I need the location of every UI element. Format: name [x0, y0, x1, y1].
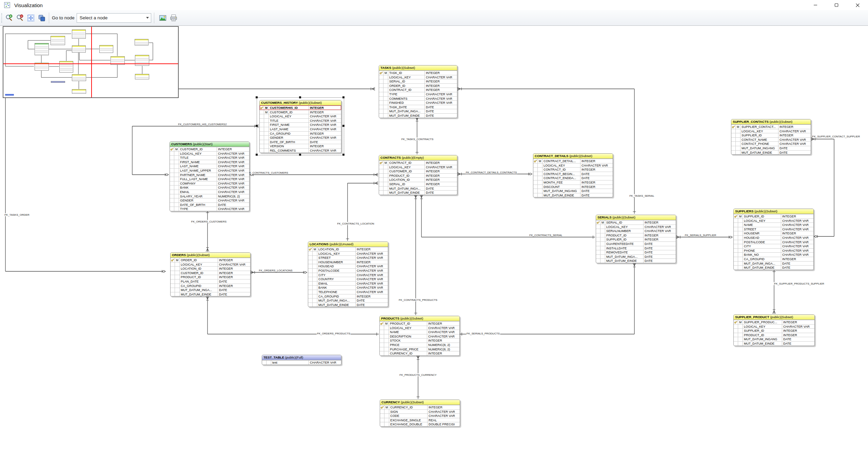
column-row-suppliers-BANK_NO[interactable]: BANK_NOCHARACTER VAR — [734, 252, 813, 257]
column-row-supplier_contacts-LOGICAL_KEY[interactable]: LOGICAL_KEYCHARACTER VAR — [731, 129, 811, 133]
table-title-serials[interactable]: SERIALS (public)(Subset) — [596, 215, 676, 220]
maximize-button[interactable] — [826, 0, 847, 10]
column-row-customers-LAST_NAME[interactable]: LAST_NAMECHARACTER VAR — [170, 164, 249, 168]
column-row-serials-SERIALNUMBER[interactable]: SERIALNUMBERCHARACTER VAR — [596, 229, 676, 233]
column-row-products-PURCHASE_PRICE[interactable]: PURCHASE_PRICENUMERIC(8, 2) — [380, 347, 459, 351]
column-row-tasks-LOGICAL_KEY[interactable]: LOGICAL_KEYCHARACTER VAR — [379, 75, 457, 79]
column-row-supplier_contacts-MUT_DATUM_EINDE[interactable]: MUT_DATUM_EINDEDATE — [731, 150, 811, 155]
column-row-supplier_contacts-CONTACT_NAME[interactable]: CONTACT_NAMECHARACTER VAR — [731, 137, 811, 142]
column-row-locations-MUT_DATUM_EINDE[interactable]: MUT_DATUM_EINDEDATE — [308, 303, 388, 307]
minimize-button[interactable] — [805, 0, 826, 10]
node-selector-combobox[interactable]: Select a node — [77, 13, 151, 23]
column-row-tasks-CONTRACT_ID[interactable]: CONTRACT_IDINTEGER — [379, 88, 457, 92]
column-row-contract_details-CONTRACT_ENDDA...[interactable]: CONTRACT_ENDDA...DATE — [533, 176, 613, 180]
column-row-locations-STREET[interactable]: STREETCHARACTER VAR — [308, 255, 388, 260]
column-row-serials-INSTALLDATE[interactable]: INSTALLDATEDATE — [596, 246, 676, 250]
toolbar-grip[interactable] — [1, 13, 3, 23]
column-row-suppliers-HOUSENR[interactable]: HOUSENRINTEGER — [734, 231, 813, 235]
column-row-customers_history-LAST_NAME[interactable]: LAST_NAMECHARACTER VAR — [260, 127, 341, 131]
column-row-products-PRODUCT_ID[interactable]: MPRODUCT_IDINTEGER — [380, 321, 459, 326]
column-row-serials-MUT_DATUM_EINDE[interactable]: MUT_DATUM_EINDEDATE — [596, 258, 676, 263]
column-row-locations-TELEPHONE[interactable]: TELEPHONECHARACTER VAR — [308, 290, 388, 294]
column-row-suppliers-PHONE[interactable]: PHONECHARACTER VAR — [734, 248, 813, 253]
print-button[interactable] — [169, 14, 178, 22]
table-title-contract_details[interactable]: CONTRACT_DETAILS (public)(Subset) — [533, 154, 613, 159]
column-row-contract_details-CONTRACT_BEGIN...[interactable]: CONTRACT_BEGIN...DATE — [533, 172, 613, 176]
column-row-customers-FIRST_NAME[interactable]: FIRST_NAMECHARACTER VAR — [170, 160, 249, 164]
column-row-customers-PARTNER_NAME[interactable]: PARTNER_NAMECHARACTER VAR — [170, 173, 249, 177]
column-row-suppliers-POSTALCODE[interactable]: POSTALCODECHARACTER VAR — [734, 240, 813, 244]
selection-handle[interactable] — [256, 125, 258, 127]
column-row-suppliers-HOUSEAD[interactable]: HOUSEADCHARACTER VAR — [734, 235, 813, 240]
column-row-serials-MUT_DATUM_INGA...[interactable]: MUT_DATUM_INGA...DATE — [596, 254, 676, 259]
column-row-currency-EXCHANGE_DOUBLE[interactable]: EXCHANGE_DOUBLEDOUBLE PRECISI — [380, 422, 460, 426]
zoom-out-button[interactable] — [16, 14, 24, 22]
column-row-currency-CURRENCY_ID[interactable]: MCURRENCY_IDINTEGER — [380, 405, 460, 409]
column-row-orders-MUT_DATUM_EINDE[interactable]: MUT_DATUM_EINDEDATE — [171, 292, 250, 296]
column-row-contract_details-MUT_DATUM_EINDE[interactable]: MUT_DATUM_EINDEDATE — [533, 193, 613, 197]
column-row-customers_history-REL_COMMENTS[interactable]: REL_COMMENTSCHARACTER VAR — [260, 148, 341, 153]
column-row-contracts-MUT_DATUM_EINDE[interactable]: MUT_DATUM_EINDEDATE — [379, 190, 457, 195]
table-node-supplier_product[interactable]: SUPPLIER_PRODUCT (public)(Subset)MSUPPLI… — [733, 314, 815, 346]
column-row-locations-CITY[interactable]: CITYCHARACTER VAR — [308, 273, 388, 277]
table-node-test_table[interactable]: TEST_TABLE (public)(Full)testCHARACTER V… — [262, 355, 341, 365]
table-node-suppliers[interactable]: SUPPLIERS (public)(Subset)MSUPPLIER_IDIN… — [733, 209, 814, 270]
column-row-products-STOCK[interactable]: STOCKINTEGER — [380, 338, 459, 343]
column-row-suppliers-CA_GROUPID[interactable]: CA_GROUPIDINTEGER — [734, 257, 813, 261]
column-row-locations-POSTALCODE[interactable]: POSTALCODECHARACTER VAR — [308, 268, 388, 273]
column-row-locations-CA_GROUPID[interactable]: CA_GROUPIDINTEGER — [308, 294, 388, 298]
column-row-suppliers-LOGICAL_KEY[interactable]: LOGICAL_KEYCHARACTER VAR — [734, 218, 813, 223]
table-title-customers[interactable]: CUSTOMERS (public)(Start) — [170, 142, 249, 147]
node-selector-arrow-button[interactable] — [144, 14, 151, 22]
column-row-locations-HOUSEAD[interactable]: HOUSEADCHARACTER VAR — [308, 264, 388, 268]
column-row-orders-CA_GROUPID[interactable]: CA_GROUPIDINTEGER — [171, 284, 250, 288]
column-row-customers_history-GENDER[interactable]: GENDERCHARACTER VAR — [260, 135, 341, 140]
column-row-contracts-CONTRACT_ID[interactable]: MCONTRACT_IDINTEGER — [379, 160, 457, 165]
column-row-customers_history-TITLE[interactable]: TITLECHARACTER VAR — [260, 118, 341, 123]
column-row-customers-LOGICAL_KEY[interactable]: LOGICAL_KEYCHARACTER VAR — [170, 151, 249, 156]
column-row-supplier_product-LOGICAL_KEY[interactable]: LOGICAL_KEYCHARACTER VAR — [734, 324, 814, 329]
column-row-customers-SALARY_YEAR[interactable]: SALARY_YEARNUMERIC(8, 2) — [170, 194, 249, 198]
column-row-customers-COMPANY[interactable]: COMPANYCHARACTER VAR — [170, 181, 249, 186]
column-row-supplier_product-SUPPLIER_PRODUC...[interactable]: MSUPPLIER_PRODUC...INTEGER — [734, 320, 814, 324]
table-node-contracts[interactable]: CONTRACTS (public)(Empty)MCONTRACT_IDINT… — [379, 155, 457, 195]
table-title-supplier_product[interactable]: SUPPLIER_PRODUCT (public)(Subset) — [734, 315, 814, 320]
table-title-suppliers[interactable]: SUPPLIERS (public)(Subset) — [734, 209, 813, 214]
column-row-locations-BANK[interactable]: BANKCHARACTER VAR — [308, 285, 388, 290]
table-node-orders[interactable]: ORDERS (public)(Subset)MORDER_IDINTEGERL… — [170, 252, 251, 296]
column-row-contract_details-CONTRACT_DETAIL...[interactable]: MCONTRACT_DETAIL...INTEGER — [533, 159, 613, 163]
column-row-locations-LOCATION_ID[interactable]: MLOCATION_IDINTEGER — [308, 247, 388, 251]
selection-handle[interactable] — [342, 154, 344, 156]
column-row-contract_details-LOGICAL_KEY[interactable]: LOGICAL_KEYCHARACTER VAR — [533, 163, 613, 168]
selection-handle[interactable] — [299, 96, 301, 98]
column-row-supplier_product-MUT_DATUM_INGANG[interactable]: MUT_DATUM_INGANGDATE — [734, 337, 814, 341]
minimap-crosshair-horizontal[interactable] — [3, 63, 178, 64]
column-row-suppliers-MUT_DATUM_EINDE[interactable]: MUT_DATUM_EINDEDATE — [734, 265, 813, 270]
column-row-products-NAME[interactable]: NAMECHARACTER VAR — [380, 330, 459, 334]
export-image-button[interactable] — [158, 14, 167, 22]
selection-handle[interactable] — [342, 96, 344, 98]
zoom-in-button[interactable] — [5, 14, 14, 22]
column-row-products-LOGICAL_KEY[interactable]: LOGICAL_KEYCHARACTER VAR — [380, 326, 459, 330]
table-node-customers_history[interactable]: CUSTOMERS_HISTORY (public)(Subset)MCUSTO… — [259, 100, 341, 153]
column-row-locations-LOGICAL_KEY[interactable]: LOGICAL_KEYCHARACTER VAR — [308, 251, 388, 256]
column-row-tasks-MUT_DATUM_EINDE[interactable]: MUT_DATUM_EINDEDATE — [379, 113, 457, 118]
column-row-test_table-test[interactable]: testCHARACTER VAR — [262, 360, 341, 365]
column-row-contracts-LOCATION_ID[interactable]: LOCATION_IDINTEGER — [379, 177, 457, 182]
table-title-currency[interactable]: CURRENCY (public)(Subset) — [380, 400, 460, 405]
column-row-serials-SUPPLIER_ID[interactable]: SUPPLIER_IDINTEGER — [596, 237, 676, 241]
overview-minimap[interactable] — [3, 26, 179, 98]
column-row-contracts-CUSTOMER_ID[interactable]: CUSTOMER_IDINTEGER — [379, 169, 457, 173]
column-row-customers-CUSTOMER_ID[interactable]: MCUSTOMER_IDINTEGER — [170, 147, 249, 151]
column-row-orders-LOCATION_ID[interactable]: LOCATION_IDINTEGER — [171, 266, 250, 271]
column-row-orders-CUSTOMER_ID[interactable]: CUSTOMER_IDINTEGER — [171, 271, 250, 275]
column-row-tasks-ORDER_ID[interactable]: ORDER_IDINTEGER — [379, 83, 457, 88]
column-row-serials-LOGICAL_KEY[interactable]: LOGICAL_KEYCHARACTER VAR — [596, 225, 676, 229]
column-row-serials-SERIAL_ID[interactable]: MSERIAL_IDINTEGER — [596, 220, 676, 225]
column-row-supplier_product-SUPPLIER_ID[interactable]: SUPPLIER_IDINTEGER — [734, 328, 814, 333]
column-row-customers-TITLE[interactable]: TITLECHARACTER VAR — [170, 155, 249, 160]
column-row-customers_history-FIRST_NAME[interactable]: FIRST_NAMECHARACTER VAR — [260, 122, 341, 127]
column-row-locations-HOUSENUMBER[interactable]: HOUSENUMBERINTEGER — [308, 260, 388, 264]
column-row-products-PRICE[interactable]: PRICENUMERIC(8, 2) — [380, 343, 459, 347]
table-node-products[interactable]: PRODUCTS (public)(Subset)MPRODUCT_IDINTE… — [379, 316, 460, 356]
